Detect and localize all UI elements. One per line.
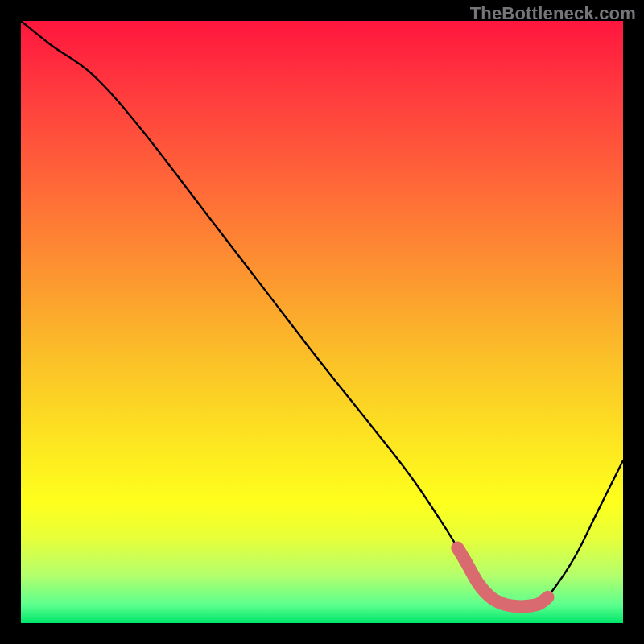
chart-frame: TheBottleneck.com (0, 0, 644, 644)
bottleneck-curve (21, 21, 623, 606)
watermark-text: TheBottleneck.com (470, 3, 636, 24)
plot-area (21, 21, 623, 623)
sweet-spot-band (457, 548, 547, 607)
chart-svg (21, 21, 623, 623)
